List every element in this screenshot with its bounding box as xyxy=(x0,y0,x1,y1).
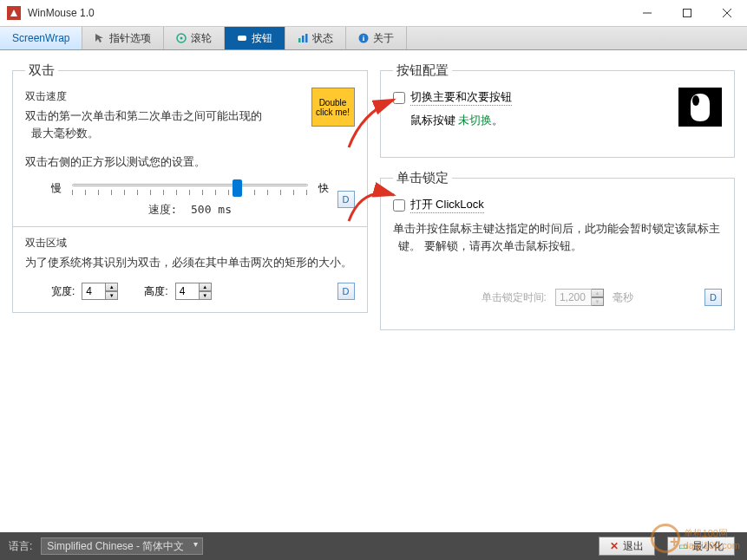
panel-title: 双击 xyxy=(25,62,58,79)
height-down[interactable]: ▼ xyxy=(200,291,212,300)
close-icon: ✕ xyxy=(610,540,619,552)
swap-buttons-checkbox[interactable] xyxy=(393,92,405,104)
tab-buttons[interactable]: 按钮 xyxy=(225,27,285,49)
tab-label: ScreenWrap xyxy=(12,32,69,44)
tab-pointer-options[interactable]: 指针选项 xyxy=(82,27,164,49)
cursor-icon xyxy=(95,33,105,43)
locktime-label: 单击锁定时间: xyxy=(482,290,547,305)
maximize-window-button[interactable] xyxy=(667,0,707,26)
titlebar: WinMouse 1.0 xyxy=(0,0,747,26)
svg-point-5 xyxy=(180,37,183,40)
reset-area-button[interactable]: D xyxy=(337,283,355,300)
swap-status-suffix: 。 xyxy=(492,114,503,127)
double-click-panel: 双击 Double click me! 双击速度 双击的第一次单击和第二次单击之… xyxy=(12,62,368,313)
swap-buttons-label[interactable]: 切换主要和次要按钮 xyxy=(410,89,512,106)
svg-rect-7 xyxy=(298,38,301,42)
tab-status[interactable]: 状态 xyxy=(285,27,346,49)
app-icon xyxy=(7,6,21,20)
tab-label: 滚轮 xyxy=(191,31,212,46)
button-icon xyxy=(237,33,247,43)
locktime-unit: 毫秒 xyxy=(613,290,633,305)
mouse-icon xyxy=(678,88,722,127)
divider xyxy=(13,226,367,227)
minimize-icon: ▭ xyxy=(678,540,688,552)
speed-heading: 双击速度 xyxy=(25,89,355,104)
width-up[interactable]: ▲ xyxy=(106,283,118,291)
svg-rect-1 xyxy=(684,10,691,17)
tab-about[interactable]: i关于 xyxy=(346,27,407,49)
content: 双击 Double click me! 双击速度 双击的第一次单击和第二次单击之… xyxy=(0,50,747,532)
lang-label: 语言: xyxy=(9,539,32,554)
height-up[interactable]: ▲ xyxy=(200,283,212,291)
double-click-test-box[interactable]: Double click me! xyxy=(311,88,355,127)
button-config-panel: 按钮配置 切换主要和次要按钮 鼠标按键 未切换。 xyxy=(380,62,736,158)
locktime-input xyxy=(555,289,592,306)
clicklock-desc: 单击并按住鼠标主键达指定的时间后，此功能会暂时锁定该鼠标主键。 要解锁，请再次单… xyxy=(393,220,723,254)
panel-title: 单击锁定 xyxy=(393,170,452,186)
speed-value: 500 ms xyxy=(191,203,232,216)
area-heading: 双击区域 xyxy=(25,236,355,251)
info-icon: i xyxy=(358,33,369,43)
exit-button[interactable]: ✕退出 xyxy=(599,537,655,556)
close-window-button[interactable] xyxy=(707,0,747,26)
panel-title: 按钮配置 xyxy=(393,62,452,79)
svg-point-12 xyxy=(692,95,699,106)
wheel-icon xyxy=(176,33,187,43)
exit-label: 退出 xyxy=(623,539,644,554)
speed-value-label: 速度: xyxy=(148,203,178,216)
width-down[interactable]: ▼ xyxy=(106,291,118,300)
swap-status-prefix: 鼠标按键 xyxy=(410,114,455,127)
swap-status-value: 未切换 xyxy=(458,114,492,127)
minimize-window-button[interactable] xyxy=(627,0,667,26)
tab-label: 指针选项 xyxy=(109,31,151,46)
svg-rect-6 xyxy=(238,36,246,41)
width-label: 宽度: xyxy=(51,284,75,299)
locktime-up: ▲ xyxy=(592,289,604,297)
speed-slider[interactable] xyxy=(72,179,308,199)
tab-wheel[interactable]: 滚轮 xyxy=(164,27,225,49)
reset-speed-button[interactable]: D xyxy=(337,191,355,208)
minimize-label: 最小化 xyxy=(692,539,724,554)
height-input[interactable] xyxy=(175,283,200,300)
slow-label: 慢 xyxy=(51,181,62,196)
bottombar: 语言: Simplified Chinese - 简体中文 ✕退出 ▭最小化 xyxy=(0,532,747,560)
fast-label: 快 xyxy=(318,181,329,196)
test-desc: 双击右侧的正方形以测试您的设置。 xyxy=(25,153,355,171)
svg-rect-8 xyxy=(302,36,305,42)
tab-label: 按钮 xyxy=(252,31,272,46)
click-lock-panel: 单击锁定 打开 ClickLock 单击并按住鼠标主键达指定的时间后，此功能会暂… xyxy=(380,170,736,330)
reset-clicklock-button[interactable]: D xyxy=(704,289,722,306)
bars-icon xyxy=(298,33,308,43)
window-title: WinMouse 1.0 xyxy=(28,7,627,19)
locktime-down: ▼ xyxy=(592,297,604,306)
tabbar: ScreenWrap 指针选项 滚轮 按钮 状态 i关于 xyxy=(0,26,747,50)
clicklock-checkbox[interactable] xyxy=(393,199,405,212)
tab-label: 状态 xyxy=(312,31,333,46)
minimize-button[interactable]: ▭最小化 xyxy=(667,537,735,556)
svg-rect-9 xyxy=(305,34,308,42)
width-input[interactable] xyxy=(82,283,106,300)
clicklock-label[interactable]: 打开 ClickLock xyxy=(410,197,484,213)
tab-screenwrap[interactable]: ScreenWrap xyxy=(0,27,82,49)
language-select[interactable]: Simplified Chinese - 简体中文 xyxy=(41,537,203,555)
area-desc: 为了使系统将其识别为双击，必须在其中单击两次的矩形的大小。 xyxy=(25,254,355,271)
speed-desc: 双击的第一次单击和第二次单击之间可能出现的最大毫秒数。 xyxy=(25,107,268,141)
height-label: 高度: xyxy=(144,284,167,299)
tab-label: 关于 xyxy=(373,31,394,46)
